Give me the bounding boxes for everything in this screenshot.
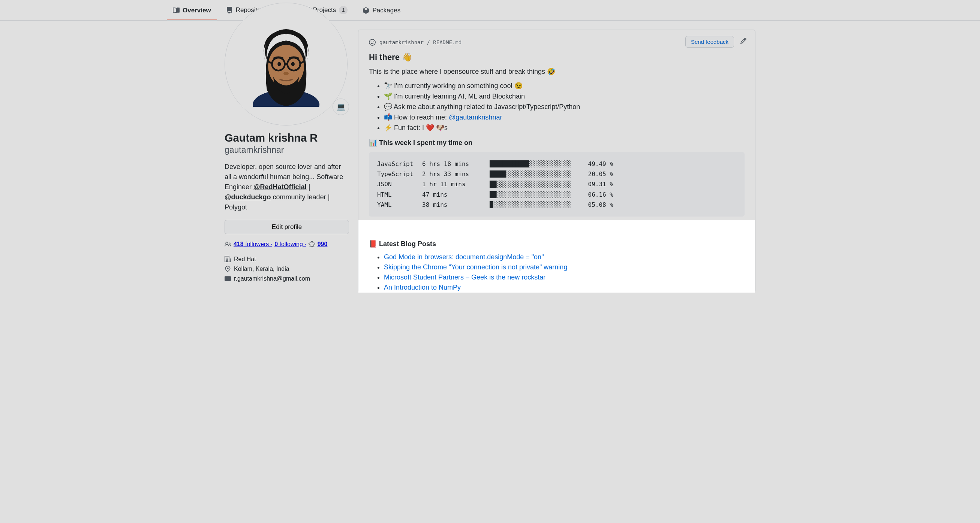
edit-profile-button[interactable]: Edit profile xyxy=(224,220,349,234)
book-icon xyxy=(173,7,180,14)
list-item: 📫 How to reach me: @gautamkrishnar xyxy=(384,113,745,121)
profile-tabs: Overview Repositories 234 Projects 1 Pac… xyxy=(0,0,980,21)
profile-sidebar: 💻 Gautam krishna R gautamkrishnar Develo… xyxy=(224,21,349,293)
stars-link[interactable]: 990 xyxy=(318,241,328,248)
list-item: Skipping the Chrome "Your connection is … xyxy=(384,249,745,256)
meta-org: Red Hat xyxy=(224,256,349,263)
wakatime-codeblock: JavaScript6 hrs 18 mins████████████░░░░░… xyxy=(369,152,745,217)
follow-stats: 418 followers · 0 following · 990 xyxy=(224,241,349,248)
blog-link[interactable]: Microsoft Student Partners – Geek is the… xyxy=(384,258,546,266)
profile-name: Gautam krishna R xyxy=(224,132,349,144)
blog-post-list: God Mode in browsers: document.designMod… xyxy=(369,238,745,276)
main-content: gautamkrishnar / README.md Send feedback… xyxy=(358,21,756,293)
email-link[interactable]: r.gautamkrishna@gmail.com xyxy=(234,275,310,282)
pencil-icon xyxy=(740,38,747,44)
list-item: 💬 Ask me about anything related to Javas… xyxy=(384,103,745,111)
readme-path: gautamkrishnar / README.md xyxy=(379,39,461,45)
tab-overview[interactable]: Overview xyxy=(167,3,217,20)
blog-link[interactable]: An Introduction to NumPy xyxy=(384,269,461,276)
avatar[interactable] xyxy=(224,3,348,125)
list-item: An Introduction to NumPy xyxy=(384,269,745,276)
location-icon xyxy=(224,266,231,272)
tab-overview-label: Overview xyxy=(183,7,211,14)
star-icon xyxy=(309,241,315,248)
following-link[interactable]: 0 following · xyxy=(274,241,306,248)
organization-icon xyxy=(224,256,231,262)
tab-packages-label: Packages xyxy=(372,7,400,14)
readme-intro: This is the place where I opensource stu… xyxy=(369,67,745,76)
mention-ddg[interactable]: @duckduckgo xyxy=(224,193,271,201)
svg-point-8 xyxy=(291,62,295,66)
people-icon xyxy=(224,241,231,248)
list-item: ⚡ Fun fact: I ❤️ 🐶s xyxy=(384,124,745,132)
readme-bullet-list: 🔭 I'm currently working on something coo… xyxy=(369,82,745,132)
list-item: Microsoft Student Partners – Geek is the… xyxy=(384,258,745,266)
mention-redhat[interactable]: @RedHatOfficial xyxy=(253,183,307,191)
list-item: 🔭 I'm currently working on something coo… xyxy=(384,82,745,90)
readme-heading: Hi there 👋 xyxy=(369,52,745,62)
package-icon xyxy=(363,7,369,14)
profile-username: gautamkrishnar xyxy=(224,145,349,155)
profile-bio: Developer, open source lover and after a… xyxy=(224,162,349,212)
time-spent-heading: 📊 This week I spent my time on xyxy=(369,139,745,147)
reach-link[interactable]: @gautamkrishnar xyxy=(449,114,502,121)
followers-link[interactable]: 418 followers · xyxy=(234,241,272,248)
blog-heading: 📕 Latest Blog Posts xyxy=(369,225,745,233)
tab-packages[interactable]: Packages xyxy=(356,3,406,20)
edit-readme-button[interactable] xyxy=(740,38,747,45)
svg-point-9 xyxy=(283,72,289,75)
readme-box: gautamkrishnar / README.md Send feedback… xyxy=(358,30,756,293)
list-item: 🌱 I'm currently learning AI, ML and Bloc… xyxy=(384,92,745,100)
smiley-icon xyxy=(369,39,375,46)
send-feedback-button[interactable]: Send feedback xyxy=(685,36,734,48)
svg-point-7 xyxy=(277,62,281,66)
meta-location: Kollam, Kerala, India xyxy=(224,266,349,273)
avatar-image xyxy=(243,21,329,107)
blog-link[interactable]: God Mode in browsers: document.designMod… xyxy=(384,238,544,246)
blog-link[interactable]: Skipping the Chrome "Your connection is … xyxy=(384,249,567,256)
meta-email: r.gautamkrishna@gmail.com xyxy=(224,275,349,282)
list-item: God Mode in browsers: document.designMod… xyxy=(384,238,745,246)
mail-icon xyxy=(224,275,231,282)
status-badge[interactable]: 💻 xyxy=(332,98,349,115)
